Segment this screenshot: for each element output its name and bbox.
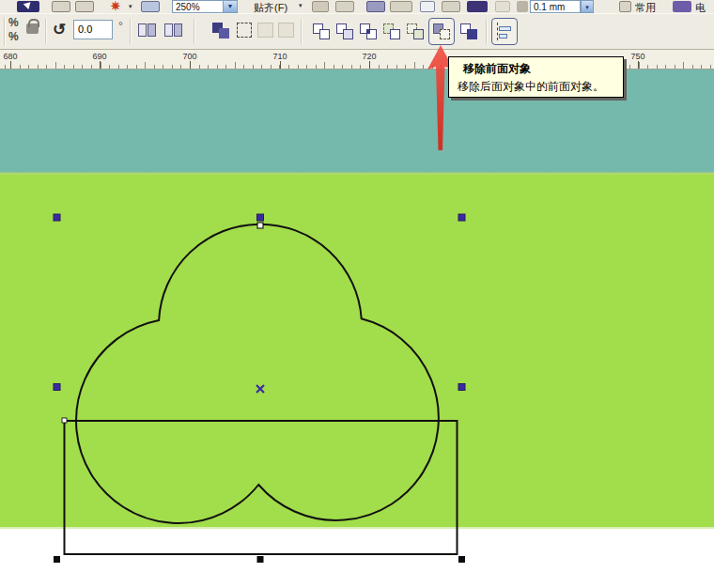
tooltip: 移除前面对象 移除后面对象中的前面对象。 <box>448 56 624 98</box>
workspace-icon[interactable] <box>619 1 631 12</box>
zoom-level-combo[interactable]: 250% ▼ <box>172 0 238 13</box>
zoom-level-value: 250% <box>176 2 200 12</box>
zoom-dropdown-button[interactable]: ▼ <box>223 1 237 12</box>
property-bar: % % ↺ 0.0 ° <box>0 14 714 50</box>
snap-to-dropdown[interactable]: 贴齐(F) <box>254 1 287 15</box>
align-distribute-button[interactable] <box>491 18 518 45</box>
separator <box>45 19 47 44</box>
scale-h-percent-label: % <box>8 16 19 29</box>
toolbar-icon-3[interactable] <box>390 1 412 12</box>
toolbar-icon-5[interactable] <box>442 1 460 12</box>
rotate-icon: ↺ <box>53 20 66 39</box>
remove-front-object-button[interactable] <box>428 18 455 45</box>
separator <box>194 19 195 44</box>
lock-ratio-icon[interactable] <box>26 23 39 34</box>
app-window: ✷ ▾ 250% ▼ 贴齐(F) ▾ 0.1 mm ▾ 常用 电 % % ↺ <box>0 0 714 588</box>
remove-back-object-button[interactable] <box>405 21 427 43</box>
mirror-horizontal-button[interactable] <box>137 23 158 39</box>
scale-v-percent-label: % <box>8 30 19 43</box>
disabled-button-2 <box>278 23 294 38</box>
separator <box>486 19 488 44</box>
weld-button[interactable] <box>311 21 334 43</box>
create-boundary-button[interactable] <box>458 21 481 43</box>
pick-tool-icon[interactable] <box>17 1 39 12</box>
snap-caret-icon[interactable]: ▾ <box>299 2 303 9</box>
tooltip-title: 移除前面对象 <box>458 61 615 77</box>
toolbar-icon-1[interactable] <box>335 1 354 12</box>
standard-toolbar: ✷ ▾ 250% ▼ 贴齐(F) ▾ 0.1 mm ▾ 常用 电 <box>0 0 714 14</box>
outline-pen-icon[interactable] <box>517 1 528 12</box>
welcome-screen-icon[interactable] <box>141 1 160 12</box>
import-icon[interactable] <box>52 1 70 12</box>
outline-width-combo[interactable]: 0.1 mm <box>530 0 581 13</box>
tooltip-body: 移除后面对象中的前面对象。 <box>458 79 615 95</box>
intersect-button[interactable] <box>358 21 380 43</box>
combine-button[interactable] <box>212 23 233 39</box>
toolbar-right-label: 电 <box>695 1 706 15</box>
toolbar-icon-6[interactable] <box>467 1 488 12</box>
options-icon[interactable] <box>312 1 329 12</box>
launcher-caret-icon[interactable]: ▾ <box>129 1 136 12</box>
page-green-area[interactable] <box>0 175 714 529</box>
app-launcher-icon[interactable]: ✷ <box>103 1 128 12</box>
separator <box>301 19 303 44</box>
toolbar-icon-4[interactable] <box>420 1 435 12</box>
rotation-angle-value: 0.0 <box>78 23 92 35</box>
degree-label: ° <box>118 20 123 33</box>
outline-width-spinner[interactable]: ▾ <box>581 0 594 13</box>
drawing-canvas[interactable] <box>0 70 714 588</box>
toolbar-grip[interactable] <box>4 17 6 46</box>
toolbar-icon-7[interactable] <box>673 1 691 12</box>
disabled-button-1 <box>257 23 273 38</box>
separator <box>130 19 132 44</box>
export-icon[interactable] <box>75 1 94 12</box>
rotation-angle-input[interactable]: 0.0 <box>73 20 113 39</box>
trim-button[interactable] <box>334 21 357 43</box>
convert-to-curves-button[interactable] <box>237 23 252 38</box>
toolbar-icon-2[interactable] <box>366 1 385 12</box>
outline-width-value: 0.1 mm <box>534 2 565 12</box>
workspace-label[interactable]: 常用 <box>635 1 656 15</box>
simplify-button[interactable] <box>381 21 404 43</box>
toolbar-icon-disabled <box>495 1 510 12</box>
mirror-vertical-button[interactable] <box>163 23 184 39</box>
